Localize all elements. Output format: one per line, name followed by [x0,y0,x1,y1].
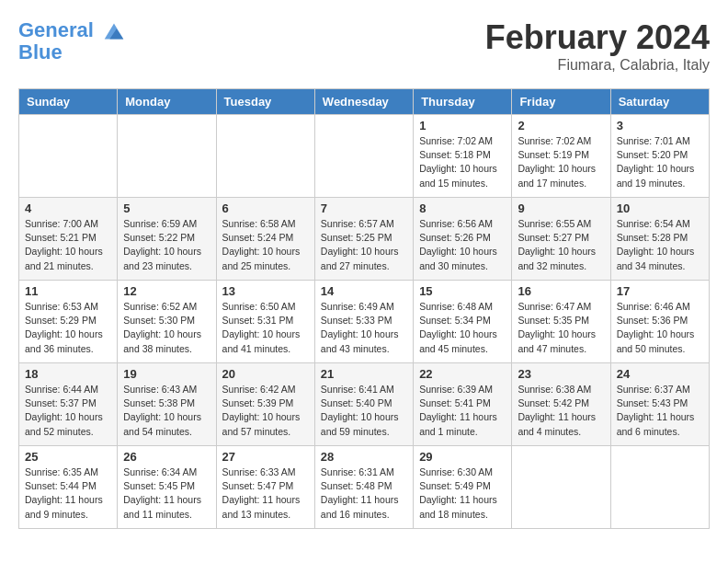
day-info: Sunrise: 6:34 AMSunset: 5:45 PMDaylight:… [123,465,210,522]
calendar-cell [512,446,610,529]
day-number: 16 [518,284,604,298]
calendar-cell: 20Sunrise: 6:42 AMSunset: 5:39 PMDayligh… [216,363,314,446]
day-info: Sunrise: 6:35 AMSunset: 5:44 PMDaylight:… [25,465,111,522]
day-number: 27 [222,450,309,464]
day-info: Sunrise: 6:46 AMSunset: 5:36 PMDaylight:… [617,300,703,356]
day-number: 12 [123,284,210,298]
calendar-week-2: 4Sunrise: 7:00 AMSunset: 5:21 PMDaylight… [19,198,710,281]
calendar-cell: 16Sunrise: 6:47 AMSunset: 5:35 PMDayligh… [512,281,610,363]
day-info: Sunrise: 6:55 AMSunset: 5:27 PMDaylight:… [518,217,604,273]
calendar-cell: 7Sunrise: 6:57 AMSunset: 5:25 PMDaylight… [314,198,413,281]
day-number: 9 [518,201,604,215]
header-monday: Monday [118,89,216,115]
day-info: Sunrise: 7:02 AMSunset: 5:19 PMDaylight:… [518,134,604,190]
page-header: General Blue February 2024 Fiumara, Cala… [18,18,710,74]
day-number: 17 [617,284,703,298]
day-info: Sunrise: 6:42 AMSunset: 5:39 PMDaylight:… [222,383,309,439]
calendar-cell: 11Sunrise: 6:53 AMSunset: 5:29 PMDayligh… [19,281,118,363]
day-info: Sunrise: 6:39 AMSunset: 5:41 PMDaylight:… [419,383,506,439]
day-info: Sunrise: 7:02 AMSunset: 5:18 PMDaylight:… [419,134,506,190]
day-info: Sunrise: 6:30 AMSunset: 5:49 PMDaylight:… [419,465,506,522]
day-number: 7 [321,201,407,215]
calendar-cell: 13Sunrise: 6:50 AMSunset: 5:31 PMDayligh… [216,281,314,363]
day-info: Sunrise: 6:58 AMSunset: 5:24 PMDaylight:… [222,217,309,273]
title-block: February 2024 Fiumara, Calabria, Italy [485,18,710,74]
day-info: Sunrise: 6:53 AMSunset: 5:29 PMDaylight:… [25,300,111,356]
calendar-cell [314,115,413,198]
day-info: Sunrise: 6:37 AMSunset: 5:43 PMDaylight:… [617,383,703,439]
calendar-cell [19,115,118,198]
day-number: 18 [25,367,111,381]
day-info: Sunrise: 6:44 AMSunset: 5:37 PMDaylight:… [25,383,111,439]
day-number: 14 [321,284,407,298]
calendar-cell: 21Sunrise: 6:41 AMSunset: 5:40 PMDayligh… [314,363,413,446]
header-sunday: Sunday [19,89,118,115]
calendar-cell: 19Sunrise: 6:43 AMSunset: 5:38 PMDayligh… [118,363,216,446]
calendar-subtitle: Fiumara, Calabria, Italy [485,57,710,74]
day-number: 8 [419,201,506,215]
day-number: 15 [419,284,506,298]
day-number: 13 [222,284,309,298]
header-tuesday: Tuesday [216,89,314,115]
calendar-week-4: 18Sunrise: 6:44 AMSunset: 5:37 PMDayligh… [19,363,710,446]
header-saturday: Saturday [610,89,709,115]
day-number: 10 [617,201,703,215]
header-friday: Friday [512,89,610,115]
calendar-header-row: SundayMondayTuesdayWednesdayThursdayFrid… [19,89,710,115]
day-number: 25 [25,450,111,464]
calendar-cell: 22Sunrise: 6:39 AMSunset: 5:41 PMDayligh… [414,363,512,446]
day-number: 23 [518,367,604,381]
day-info: Sunrise: 6:31 AMSunset: 5:48 PMDaylight:… [321,465,407,522]
calendar-cell: 24Sunrise: 6:37 AMSunset: 5:43 PMDayligh… [610,363,709,446]
day-info: Sunrise: 6:38 AMSunset: 5:42 PMDaylight:… [518,383,604,439]
calendar-cell: 14Sunrise: 6:49 AMSunset: 5:33 PMDayligh… [314,281,413,363]
calendar-title: February 2024 [485,18,710,57]
day-number: 2 [518,119,604,132]
calendar-cell: 5Sunrise: 6:59 AMSunset: 5:22 PMDaylight… [118,198,216,281]
day-number: 3 [617,119,703,132]
calendar-cell: 29Sunrise: 6:30 AMSunset: 5:49 PMDayligh… [414,446,512,529]
day-info: Sunrise: 6:59 AMSunset: 5:22 PMDaylight:… [123,217,210,273]
day-number: 26 [123,450,210,464]
day-number: 21 [321,367,407,381]
calendar-cell: 17Sunrise: 6:46 AMSunset: 5:36 PMDayligh… [610,281,709,363]
calendar-cell: 4Sunrise: 7:00 AMSunset: 5:21 PMDaylight… [19,198,118,281]
day-number: 5 [123,201,210,215]
day-number: 19 [123,367,210,381]
day-number: 1 [419,119,506,132]
calendar-cell: 27Sunrise: 6:33 AMSunset: 5:47 PMDayligh… [216,446,314,529]
day-number: 6 [222,201,309,215]
day-number: 22 [419,367,506,381]
header-thursday: Thursday [414,89,512,115]
day-number: 24 [617,367,703,381]
calendar-cell: 3Sunrise: 7:01 AMSunset: 5:20 PMDaylight… [610,115,709,198]
day-info: Sunrise: 7:00 AMSunset: 5:21 PMDaylight:… [25,217,111,273]
calendar-cell: 10Sunrise: 6:54 AMSunset: 5:28 PMDayligh… [610,198,709,281]
calendar-cell: 8Sunrise: 6:56 AMSunset: 5:26 PMDaylight… [414,198,512,281]
day-info: Sunrise: 6:47 AMSunset: 5:35 PMDaylight:… [518,300,604,356]
day-info: Sunrise: 6:43 AMSunset: 5:38 PMDaylight:… [123,383,210,439]
day-number: 4 [25,201,111,215]
calendar-cell: 25Sunrise: 6:35 AMSunset: 5:44 PMDayligh… [19,446,118,529]
calendar-week-1: 1Sunrise: 7:02 AMSunset: 5:18 PMDaylight… [19,115,710,198]
calendar-cell: 28Sunrise: 6:31 AMSunset: 5:48 PMDayligh… [314,446,413,529]
day-info: Sunrise: 6:33 AMSunset: 5:47 PMDaylight:… [222,465,309,522]
calendar-cell: 2Sunrise: 7:02 AMSunset: 5:19 PMDaylight… [512,115,610,198]
calendar-cell: 6Sunrise: 6:58 AMSunset: 5:24 PMDaylight… [216,198,314,281]
day-info: Sunrise: 6:57 AMSunset: 5:25 PMDaylight:… [321,217,407,273]
day-info: Sunrise: 7:01 AMSunset: 5:20 PMDaylight:… [617,134,703,190]
calendar-cell [610,446,709,529]
calendar-cell: 1Sunrise: 7:02 AMSunset: 5:18 PMDaylight… [414,115,512,198]
day-info: Sunrise: 6:52 AMSunset: 5:30 PMDaylight:… [123,300,210,356]
calendar-cell: 9Sunrise: 6:55 AMSunset: 5:27 PMDaylight… [512,198,610,281]
day-info: Sunrise: 6:49 AMSunset: 5:33 PMDaylight:… [321,300,407,356]
calendar-cell: 23Sunrise: 6:38 AMSunset: 5:42 PMDayligh… [512,363,610,446]
calendar-week-3: 11Sunrise: 6:53 AMSunset: 5:29 PMDayligh… [19,281,710,363]
calendar-cell: 26Sunrise: 6:34 AMSunset: 5:45 PMDayligh… [118,446,216,529]
day-info: Sunrise: 6:50 AMSunset: 5:31 PMDaylight:… [222,300,309,356]
calendar-week-5: 25Sunrise: 6:35 AMSunset: 5:44 PMDayligh… [19,446,710,529]
day-info: Sunrise: 6:41 AMSunset: 5:40 PMDaylight:… [321,383,407,439]
calendar-cell [118,115,216,198]
calendar-cell: 12Sunrise: 6:52 AMSunset: 5:30 PMDayligh… [118,281,216,363]
calendar-table: SundayMondayTuesdayWednesdayThursdayFrid… [18,88,710,529]
